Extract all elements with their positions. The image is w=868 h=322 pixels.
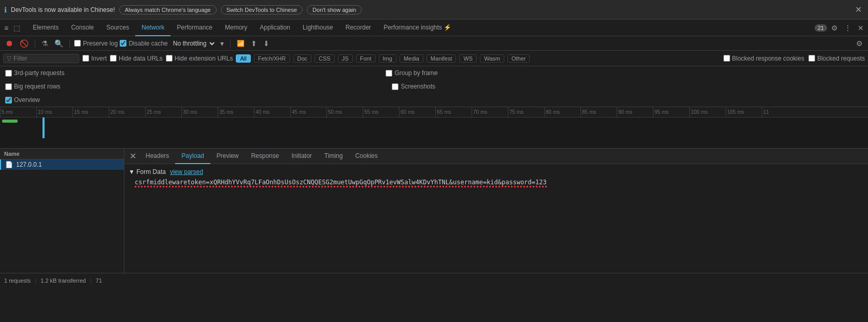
notification-close-btn[interactable]: ✕ — [853, 5, 864, 14]
filter-tag-fetch-xhr[interactable]: Fetch/XHR — [254, 54, 290, 63]
preserve-log-label[interactable]: Preserve log — [74, 40, 118, 47]
tick-35ms: 35 ms — [218, 107, 254, 118]
hide-ext-urls-label[interactable]: Hide extension URLs — [166, 55, 233, 62]
throttle-select[interactable]: No throttling Fast 3G Slow 3G Offline — [170, 38, 216, 49]
tick-100ms: 100 ms — [689, 107, 725, 118]
tick-11x: 11 — [762, 107, 798, 118]
screenshots-checkbox[interactable] — [392, 83, 399, 90]
disable-cache-label[interactable]: Disable cache — [120, 40, 167, 47]
combined-options: 3rd-party requests Group by frame Big re… — [0, 66, 868, 107]
tick-60ms: 60 ms — [399, 107, 435, 118]
hide-ext-urls-checkbox[interactable] — [166, 55, 173, 62]
tab-performance-insights[interactable]: Performance insights ⚡ — [377, 20, 458, 36]
big-rows-checkbox[interactable] — [5, 83, 12, 90]
filter-tag-all[interactable]: All — [236, 54, 250, 63]
devtools-dock-icon[interactable]: ⬚ — [11, 23, 22, 33]
tab-elements[interactable]: Elements — [26, 20, 65, 36]
invert-checkbox[interactable] — [82, 55, 89, 62]
tick-30ms: 30 ms — [181, 107, 218, 118]
screenshots-label[interactable]: Screenshots — [392, 83, 435, 90]
third-party-label[interactable]: 3rd-party requests — [5, 69, 64, 77]
filter-tag-other[interactable]: Other — [507, 54, 530, 63]
tab-application[interactable]: Application — [253, 20, 296, 36]
tick-5ms: 5 ms — [0, 107, 36, 118]
more-options-btn[interactable]: ⋮ — [842, 23, 853, 33]
tab-lighthouse[interactable]: Lighthouse — [296, 20, 339, 36]
clear-btn[interactable]: 🚫 — [18, 39, 31, 48]
timeline-green-bar — [2, 120, 18, 123]
requests-count: 1 requests — [4, 277, 31, 284]
blocked-cookies-label[interactable]: Blocked response cookies — [723, 55, 804, 62]
overview-checkbox[interactable] — [5, 97, 12, 104]
filter-tag-manifest[interactable]: Manifest — [426, 54, 457, 63]
wifi-icon-btn[interactable]: 📶 — [235, 39, 247, 48]
close-panel-btn[interactable]: ✕ — [126, 151, 139, 161]
tab-payload[interactable]: Payload — [175, 149, 210, 164]
search-btn[interactable]: 🔍 — [52, 39, 65, 48]
filter-tag-img[interactable]: Img — [379, 54, 396, 63]
tick-20ms: 20 ms — [109, 107, 145, 118]
devtools-menu-icon[interactable]: ≡ — [2, 23, 10, 33]
third-party-checkbox[interactable] — [5, 70, 12, 77]
always-match-btn[interactable]: Always match Chrome's language — [119, 5, 217, 14]
filter-tag-wasm[interactable]: Wasm — [480, 54, 504, 63]
request-row[interactable]: 📄 127.0.0.1 — [0, 159, 124, 170]
throttle-dropdown-btn[interactable]: ▾ — [218, 39, 226, 48]
request-icon: 📄 — [5, 161, 13, 168]
options-row-3: Overview — [0, 93, 868, 107]
overview-label[interactable]: Overview — [5, 96, 40, 104]
filter-tag-js[interactable]: JS — [338, 54, 353, 63]
tab-sources[interactable]: Sources — [100, 20, 135, 36]
upload-btn[interactable]: ⬆ — [249, 39, 259, 48]
filter-icon: ▽ — [7, 55, 11, 62]
tab-performance[interactable]: Performance — [170, 20, 219, 36]
tab-headers[interactable]: Headers — [139, 149, 175, 164]
notification-bar: ℹ DevTools is now available in Chinese! … — [0, 0, 868, 20]
tab-network[interactable]: Network — [135, 20, 170, 36]
tick-15ms: 15 ms — [73, 107, 109, 118]
record-btn[interactable]: ⏺ — [3, 38, 16, 49]
filter-input[interactable] — [13, 55, 76, 62]
blocked-requests-checkbox[interactable] — [808, 55, 815, 62]
tab-cookies[interactable]: Cookies — [349, 149, 383, 164]
tab-console[interactable]: Console — [65, 20, 100, 36]
tab-recorder[interactable]: Recorder — [339, 20, 377, 36]
preserve-log-checkbox[interactable] — [74, 40, 81, 47]
filter-tag-doc[interactable]: Doc — [293, 54, 312, 63]
filter-tag-ws[interactable]: WS — [459, 54, 477, 63]
filter-tag-media[interactable]: Media — [400, 54, 423, 63]
group-by-frame-label[interactable]: Group by frame — [386, 69, 437, 77]
group-by-frame-checkbox[interactable] — [386, 70, 392, 77]
switch-devtools-btn[interactable]: Switch DevTools to Chinese — [221, 5, 303, 14]
filter-tag-css[interactable]: CSS — [315, 54, 335, 63]
view-parsed-link[interactable]: view parsed — [170, 168, 203, 175]
blocked-requests-label[interactable]: Blocked requests — [808, 55, 865, 62]
tab-initiator[interactable]: Initiator — [285, 149, 318, 164]
filter-btn[interactable]: ⚗ — [39, 39, 50, 48]
disable-cache-checkbox[interactable] — [120, 40, 126, 47]
tick-65ms: 65 ms — [435, 107, 472, 118]
main-split: Name 📄 127.0.0.1 ✕ Headers Payload Previ… — [0, 149, 868, 273]
tab-timing[interactable]: Timing — [318, 149, 349, 164]
dont-show-again-btn[interactable]: Don't show again — [307, 5, 362, 14]
tab-preview[interactable]: Preview — [210, 149, 245, 164]
settings-icon-btn[interactable]: ⚙ — [829, 23, 840, 33]
tab-memory[interactable]: Memory — [219, 20, 253, 36]
close-devtools-btn[interactable]: ✕ — [856, 23, 866, 33]
filter-tag-font[interactable]: Font — [356, 54, 376, 63]
options-row-1: 3rd-party requests Group by frame — [0, 66, 868, 80]
big-rows-label[interactable]: Big request rows — [5, 83, 60, 90]
separator-3 — [230, 39, 231, 48]
hide-data-urls-checkbox[interactable] — [110, 55, 117, 62]
hide-data-urls-label[interactable]: Hide data URLs — [110, 55, 163, 62]
tick-70ms: 70 ms — [472, 107, 508, 118]
blocked-cookies-checkbox[interactable] — [723, 55, 730, 62]
tab-response[interactable]: Response — [245, 149, 285, 164]
tick-55ms: 55 ms — [363, 107, 399, 118]
invert-label[interactable]: Invert — [82, 55, 107, 62]
tick-105ms: 105 ms — [725, 107, 762, 118]
tick-10ms: 10 ms — [36, 107, 73, 118]
network-settings-btn[interactable]: ⚙ — [854, 39, 865, 48]
download-btn[interactable]: ⬇ — [261, 39, 272, 48]
form-data-toggle[interactable]: ▼ Form Data — [129, 168, 166, 175]
